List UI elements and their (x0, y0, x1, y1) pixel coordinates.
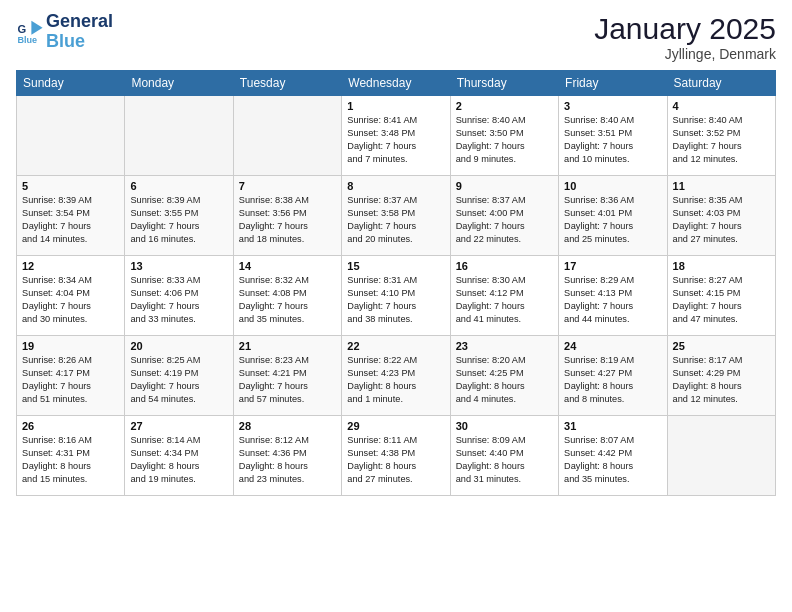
col-friday: Friday (559, 71, 667, 96)
table-row: 16Sunrise: 8:30 AM Sunset: 4:12 PM Dayli… (450, 256, 558, 336)
table-row: 4Sunrise: 8:40 AM Sunset: 3:52 PM Daylig… (667, 96, 775, 176)
table-row: 15Sunrise: 8:31 AM Sunset: 4:10 PM Dayli… (342, 256, 450, 336)
day-info: Sunrise: 8:40 AM Sunset: 3:50 PM Dayligh… (456, 114, 553, 166)
day-info: Sunrise: 8:36 AM Sunset: 4:01 PM Dayligh… (564, 194, 661, 246)
day-info: Sunrise: 8:33 AM Sunset: 4:06 PM Dayligh… (130, 274, 227, 326)
week-row: 1Sunrise: 8:41 AM Sunset: 3:48 PM Daylig… (17, 96, 776, 176)
day-info: Sunrise: 8:26 AM Sunset: 4:17 PM Dayligh… (22, 354, 119, 406)
table-row: 25Sunrise: 8:17 AM Sunset: 4:29 PM Dayli… (667, 336, 775, 416)
day-number: 19 (22, 340, 119, 352)
col-tuesday: Tuesday (233, 71, 341, 96)
day-number: 5 (22, 180, 119, 192)
table-row: 14Sunrise: 8:32 AM Sunset: 4:08 PM Dayli… (233, 256, 341, 336)
logo-icon: G Blue (16, 18, 44, 46)
day-number: 28 (239, 420, 336, 432)
logo: G Blue General Blue (16, 12, 113, 52)
day-info: Sunrise: 8:37 AM Sunset: 3:58 PM Dayligh… (347, 194, 444, 246)
week-row: 26Sunrise: 8:16 AM Sunset: 4:31 PM Dayli… (17, 416, 776, 496)
table-row: 12Sunrise: 8:34 AM Sunset: 4:04 PM Dayli… (17, 256, 125, 336)
day-number: 12 (22, 260, 119, 272)
day-info: Sunrise: 8:22 AM Sunset: 4:23 PM Dayligh… (347, 354, 444, 406)
logo-general: General (46, 12, 113, 32)
day-number: 2 (456, 100, 553, 112)
day-number: 3 (564, 100, 661, 112)
day-number: 1 (347, 100, 444, 112)
day-info: Sunrise: 8:29 AM Sunset: 4:13 PM Dayligh… (564, 274, 661, 326)
table-row: 11Sunrise: 8:35 AM Sunset: 4:03 PM Dayli… (667, 176, 775, 256)
day-info: Sunrise: 8:39 AM Sunset: 3:54 PM Dayligh… (22, 194, 119, 246)
col-sunday: Sunday (17, 71, 125, 96)
day-number: 6 (130, 180, 227, 192)
day-number: 23 (456, 340, 553, 352)
day-number: 13 (130, 260, 227, 272)
table-row: 5Sunrise: 8:39 AM Sunset: 3:54 PM Daylig… (17, 176, 125, 256)
day-info: Sunrise: 8:37 AM Sunset: 4:00 PM Dayligh… (456, 194, 553, 246)
day-number: 10 (564, 180, 661, 192)
table-row: 31Sunrise: 8:07 AM Sunset: 4:42 PM Dayli… (559, 416, 667, 496)
table-row: 23Sunrise: 8:20 AM Sunset: 4:25 PM Dayli… (450, 336, 558, 416)
table-row: 2Sunrise: 8:40 AM Sunset: 3:50 PM Daylig… (450, 96, 558, 176)
day-number: 21 (239, 340, 336, 352)
table-row: 19Sunrise: 8:26 AM Sunset: 4:17 PM Dayli… (17, 336, 125, 416)
day-number: 24 (564, 340, 661, 352)
table-row: 29Sunrise: 8:11 AM Sunset: 4:38 PM Dayli… (342, 416, 450, 496)
calendar-table: Sunday Monday Tuesday Wednesday Thursday… (16, 70, 776, 496)
day-number: 4 (673, 100, 770, 112)
day-info: Sunrise: 8:40 AM Sunset: 3:51 PM Dayligh… (564, 114, 661, 166)
day-info: Sunrise: 8:11 AM Sunset: 4:38 PM Dayligh… (347, 434, 444, 486)
day-number: 16 (456, 260, 553, 272)
day-info: Sunrise: 8:09 AM Sunset: 4:40 PM Dayligh… (456, 434, 553, 486)
table-row: 17Sunrise: 8:29 AM Sunset: 4:13 PM Dayli… (559, 256, 667, 336)
day-info: Sunrise: 8:16 AM Sunset: 4:31 PM Dayligh… (22, 434, 119, 486)
svg-text:Blue: Blue (17, 35, 37, 45)
day-number: 7 (239, 180, 336, 192)
day-number: 11 (673, 180, 770, 192)
table-row: 9Sunrise: 8:37 AM Sunset: 4:00 PM Daylig… (450, 176, 558, 256)
day-info: Sunrise: 8:17 AM Sunset: 4:29 PM Dayligh… (673, 354, 770, 406)
day-info: Sunrise: 8:07 AM Sunset: 4:42 PM Dayligh… (564, 434, 661, 486)
table-row (667, 416, 775, 496)
svg-text:G: G (17, 23, 26, 35)
table-row: 26Sunrise: 8:16 AM Sunset: 4:31 PM Dayli… (17, 416, 125, 496)
col-monday: Monday (125, 71, 233, 96)
day-number: 17 (564, 260, 661, 272)
col-wednesday: Wednesday (342, 71, 450, 96)
day-info: Sunrise: 8:31 AM Sunset: 4:10 PM Dayligh… (347, 274, 444, 326)
day-number: 31 (564, 420, 661, 432)
table-row (233, 96, 341, 176)
day-info: Sunrise: 8:23 AM Sunset: 4:21 PM Dayligh… (239, 354, 336, 406)
week-row: 5Sunrise: 8:39 AM Sunset: 3:54 PM Daylig… (17, 176, 776, 256)
header: G Blue General Blue January 2025 Jylling… (16, 12, 776, 62)
day-number: 27 (130, 420, 227, 432)
table-row: 7Sunrise: 8:38 AM Sunset: 3:56 PM Daylig… (233, 176, 341, 256)
logo-blue: Blue (46, 32, 113, 52)
day-info: Sunrise: 8:27 AM Sunset: 4:15 PM Dayligh… (673, 274, 770, 326)
day-number: 18 (673, 260, 770, 272)
day-info: Sunrise: 8:41 AM Sunset: 3:48 PM Dayligh… (347, 114, 444, 166)
day-info: Sunrise: 8:39 AM Sunset: 3:55 PM Dayligh… (130, 194, 227, 246)
week-row: 19Sunrise: 8:26 AM Sunset: 4:17 PM Dayli… (17, 336, 776, 416)
day-info: Sunrise: 8:40 AM Sunset: 3:52 PM Dayligh… (673, 114, 770, 166)
table-row: 28Sunrise: 8:12 AM Sunset: 4:36 PM Dayli… (233, 416, 341, 496)
day-info: Sunrise: 8:12 AM Sunset: 4:36 PM Dayligh… (239, 434, 336, 486)
day-number: 9 (456, 180, 553, 192)
day-info: Sunrise: 8:35 AM Sunset: 4:03 PM Dayligh… (673, 194, 770, 246)
day-info: Sunrise: 8:32 AM Sunset: 4:08 PM Dayligh… (239, 274, 336, 326)
day-number: 14 (239, 260, 336, 272)
page: G Blue General Blue January 2025 Jylling… (0, 0, 792, 612)
table-row: 18Sunrise: 8:27 AM Sunset: 4:15 PM Dayli… (667, 256, 775, 336)
day-number: 22 (347, 340, 444, 352)
table-row: 1Sunrise: 8:41 AM Sunset: 3:48 PM Daylig… (342, 96, 450, 176)
day-number: 8 (347, 180, 444, 192)
week-row: 12Sunrise: 8:34 AM Sunset: 4:04 PM Dayli… (17, 256, 776, 336)
col-saturday: Saturday (667, 71, 775, 96)
title-block: January 2025 Jyllinge, Denmark (594, 12, 776, 62)
day-number: 26 (22, 420, 119, 432)
day-info: Sunrise: 8:19 AM Sunset: 4:27 PM Dayligh… (564, 354, 661, 406)
table-row: 24Sunrise: 8:19 AM Sunset: 4:27 PM Dayli… (559, 336, 667, 416)
day-number: 20 (130, 340, 227, 352)
table-row: 13Sunrise: 8:33 AM Sunset: 4:06 PM Dayli… (125, 256, 233, 336)
day-info: Sunrise: 8:14 AM Sunset: 4:34 PM Dayligh… (130, 434, 227, 486)
table-row: 22Sunrise: 8:22 AM Sunset: 4:23 PM Dayli… (342, 336, 450, 416)
header-row: Sunday Monday Tuesday Wednesday Thursday… (17, 71, 776, 96)
